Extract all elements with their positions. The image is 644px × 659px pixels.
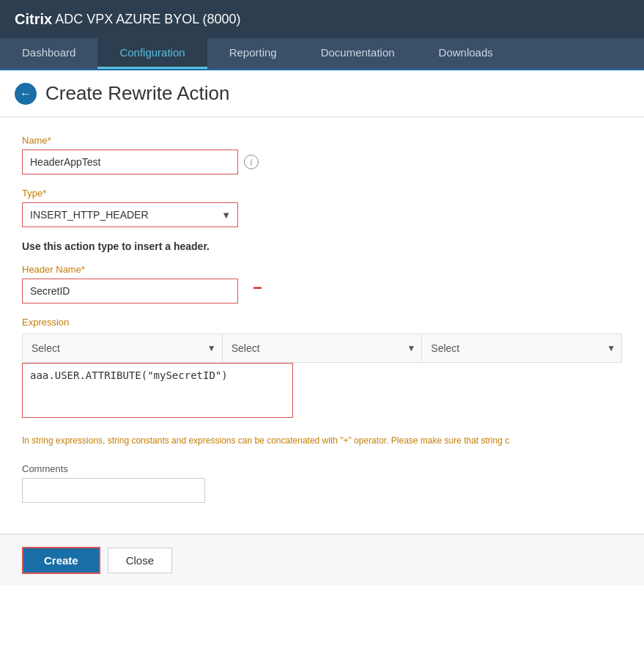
page-title: Create Rewrite Action (45, 82, 229, 105)
expression-textarea-wrapper: aaa.USER.ATTRIBUTE(<strong>"mySecretID"<… (22, 363, 293, 418)
create-button[interactable]: Create (22, 547, 100, 574)
tab-dashboard[interactable]: Dashboard (0, 38, 97, 69)
expression-info-text: In string expressions, string constants … (22, 430, 622, 452)
expression-textarea[interactable]: aaa.USER.ATTRIBUTE(<strong>"mySecretID"<… (23, 364, 292, 415)
tab-configuration[interactable]: Configuration (97, 38, 207, 69)
type-group: Type* INSERT_HTTP_HEADER ▼ (22, 188, 622, 227)
expr-select-3[interactable]: Select (422, 334, 621, 362)
form-area: Name* i Type* INSERT_HTTP_HEADER ▼ Use t… (0, 117, 644, 534)
form-footer: Create Close (0, 534, 644, 586)
app-title: ADC VPX AZURE BYOL (8000) (55, 12, 240, 27)
comments-input[interactable] (22, 478, 205, 503)
type-label: Type* (22, 188, 622, 199)
name-label: Name* (22, 135, 622, 146)
expr-select-2-wrapper: Select ▼ (223, 334, 423, 362)
name-input[interactable] (22, 150, 238, 174)
main-content: ← Create Rewrite Action Name* i Type* IN… (0, 70, 644, 659)
expression-selects-container: Select ▼ Select ▼ Select ▼ (22, 334, 622, 363)
expr-select-1[interactable]: Select (23, 334, 222, 362)
header-name-group: Header Name* − (22, 264, 622, 303)
minus-button[interactable]: − (253, 280, 262, 296)
page-title-bar: ← Create Rewrite Action (0, 70, 644, 117)
tab-reporting[interactable]: Reporting (207, 38, 299, 69)
comments-group: Comments (22, 463, 622, 503)
type-select[interactable]: INSERT_HTTP_HEADER (22, 202, 238, 227)
expression-section: Expression Select ▼ Select ▼ (22, 317, 622, 418)
expr-select-1-wrapper: Select ▼ (23, 334, 223, 362)
tab-documentation[interactable]: Documentation (299, 38, 417, 69)
action-type-hint: Use this action type to insert a header. (22, 240, 622, 252)
type-select-wrapper: INSERT_HTTP_HEADER ▼ (22, 202, 238, 227)
app-header: Citrix ADC VPX AZURE BYOL (8000) (0, 0, 644, 38)
header-name-row: − (22, 279, 622, 303)
name-info-icon[interactable]: i (244, 155, 259, 169)
expr-select-2[interactable]: Select (223, 334, 422, 362)
citrix-brand: Citrix (15, 11, 52, 28)
expr-select-3-wrapper: Select ▼ (422, 334, 621, 362)
header-name-input[interactable] (22, 279, 238, 303)
comments-label: Comments (22, 463, 622, 474)
close-button[interactable]: Close (108, 548, 172, 573)
tab-downloads[interactable]: Downloads (417, 38, 515, 69)
expression-label: Expression (22, 317, 622, 328)
name-group: Name* i (22, 135, 622, 174)
header-name-label: Header Name* (22, 264, 622, 275)
nav-tabs: Dashboard Configuration Reporting Docume… (0, 38, 644, 70)
back-button[interactable]: ← (15, 83, 37, 105)
